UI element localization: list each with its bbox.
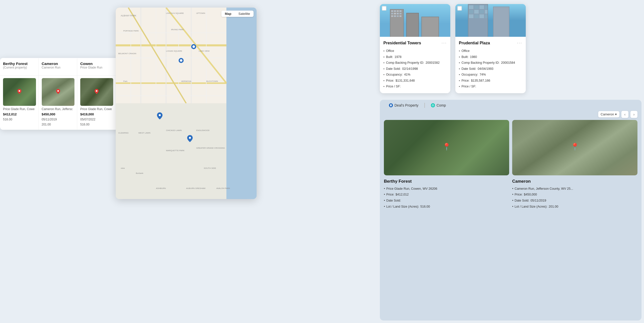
svg-text:ALBANY PARK: ALBANY PARK (121, 14, 136, 17)
prudential-details: Office Built: 1980 Comp Backing Property… (459, 48, 522, 90)
property-col-2: Price Glade Run, Cowe$419,00005/07/20225… (77, 76, 116, 130)
svg-rect-77 (422, 17, 438, 37)
map-toggle-satellite[interactable]: Satellite (235, 11, 254, 17)
svg-text:BELMONT CRAGIN: BELMONT CRAGIN (118, 52, 136, 55)
svg-text:CLEARING: CLEARING (118, 132, 129, 134)
compare-right-info: Cameron Cameron Run, Jefferson County, W… (512, 179, 637, 210)
svg-rect-82 (474, 5, 479, 9)
presidential-built: Built: 1978 (383, 54, 447, 60)
presidential-title: Presidential Towers (383, 41, 421, 45)
compare-left-price: Price: $412,012 (384, 192, 509, 198)
svg-rect-71 (394, 15, 396, 17)
svg-rect-64 (397, 10, 399, 12)
compare-left-title: Berthy Forest (384, 179, 509, 184)
svg-text:ASHBURN: ASHBURN (156, 187, 166, 189)
prudential-occupancy: Occupancy: 74% (459, 72, 522, 78)
svg-point-97 (433, 105, 433, 106)
deals-property-label: Deal's Property (394, 103, 418, 107)
svg-rect-81 (469, 5, 473, 9)
prudential-checkbox[interactable] (457, 6, 462, 11)
prop-image-1 (42, 78, 75, 106)
deals-property-tab[interactable]: Deal's Property (384, 102, 423, 109)
compare-right-title: Cameron (512, 179, 637, 184)
prudential-price-sf: Price / SF: (459, 84, 522, 90)
svg-text:LAKE VIEW: LAKE VIEW (199, 50, 210, 52)
map-panel: Map Satellite ALBANY PARK LINCOLN SQUARE… (116, 8, 257, 199)
comp-tab[interactable]: Comp (426, 102, 451, 109)
prop-pin-1 (56, 89, 60, 94)
compare-left-lot: Lot / Land Size (Acres): 516.00 (384, 204, 509, 210)
svg-text:IRVING PARK: IRVING PARK (171, 28, 184, 31)
svg-point-56 (159, 114, 161, 116)
svg-text:PORTAGE PARK: PORTAGE PARK (123, 30, 139, 32)
compare-images-row: 📍 📍 (380, 120, 641, 175)
property-col-0: Price Glade Run, Cowe$412,012516.00 (0, 76, 39, 130)
svg-rect-65 (399, 10, 401, 12)
compare-info-row: Berthy Forest Price Glade Run, Cowen, WV… (380, 175, 641, 212)
svg-text:AVALON PARK: AVALON PARK (216, 187, 230, 189)
comp-dropdown[interactable]: Cameron ▾ (598, 111, 619, 117)
svg-rect-78 (455, 4, 526, 37)
prop-pin-2 (95, 89, 99, 94)
compare-left-address: Price Glade Run, Cowen, WV 26206 (384, 186, 509, 192)
svg-rect-88 (485, 10, 488, 14)
prudential-date-sold: Date Sold: 04/04/1993 (459, 66, 522, 72)
svg-rect-69 (399, 13, 401, 14)
presidential-date-sold: Date Sold: 02/14/1998 (383, 66, 447, 72)
comp-next-btn[interactable]: › (630, 111, 637, 118)
svg-point-39 (192, 45, 195, 48)
svg-text:AUBURN GRESHAM: AUBURN GRESHAM (186, 187, 206, 189)
svg-text:LOGAN SQUARE: LOGAN SQUARE (166, 50, 182, 52)
svg-rect-72 (397, 15, 399, 17)
deals-property-icon (389, 103, 393, 107)
compare-right-address: Cameron Run, Jefferson County, WV 25... (512, 186, 637, 192)
svg-rect-67 (394, 13, 396, 14)
presidential-details: Office Built: 1978 Comp Backing Property… (383, 48, 447, 90)
comp-dropdown-value: Cameron (601, 112, 614, 116)
prop-size-0: 516.00 (3, 118, 36, 121)
svg-point-0 (19, 90, 20, 92)
svg-text:CHICAGO LAWN: CHICAGO LAWN (166, 129, 182, 132)
compare-right-lot: Lot / Land Size (Acres): 201.00 (512, 204, 637, 210)
presidential-towers-image (380, 4, 450, 37)
svg-text:LINCOLN SQUARE: LINCOLN SQUARE (166, 12, 184, 14)
prop-image-0 (3, 78, 36, 106)
compare-left-info: Berthy Forest Price Glade Run, Cowen, WV… (384, 179, 509, 210)
prop-address-1: Cameron Run, Jeffersc (42, 107, 75, 111)
prudential-title: Prudential Plaza (459, 41, 490, 45)
svg-text:HERMOSA: HERMOSA (181, 80, 191, 82)
svg-rect-73 (399, 15, 401, 17)
presidential-comp-id: Comp Backing Property ID: 20001582 (383, 60, 447, 66)
compare-left-date: Date Sold: (384, 198, 509, 204)
prudential-title-row: Prudential Plaza ··· (459, 40, 522, 46)
prudential-plaza-card: Prudential Plaza ··· Office Built: 1980 … (455, 4, 526, 93)
tab-divider (424, 103, 425, 108)
card-checkbox[interactable] (382, 6, 386, 11)
prudential-card-body: Prudential Plaza ··· Office Built: 1980 … (455, 37, 526, 93)
svg-rect-63 (394, 10, 396, 12)
svg-point-58 (189, 137, 191, 139)
right-panel: Presidential Towers ··· Office Built: 19… (377, 0, 644, 323)
presidential-card-body: Presidential Towers ··· Office Built: 19… (380, 37, 450, 93)
map-svg: ALBANY PARK LINCOLN SQUARE UPTOWN PORTAG… (116, 8, 257, 199)
card-image-wrapper (380, 4, 450, 37)
prop-price-0: $412,012 (3, 112, 36, 116)
property-col-header-0: Berthy Forest(Current property) (0, 58, 39, 75)
svg-rect-68 (397, 13, 399, 14)
svg-point-1 (57, 90, 59, 92)
comp-tab-icon (431, 103, 435, 107)
prop-address-2: Price Glade Run, Cowe (80, 107, 113, 111)
prop-image-2 (80, 78, 113, 106)
prudential-price: Price: $135,587,166 (459, 78, 522, 84)
compare-dropdown-row: Cameron ▾ ‹ › (380, 111, 641, 120)
presidential-menu[interactable]: ··· (441, 40, 447, 46)
prudential-menu[interactable]: ··· (517, 40, 522, 46)
compare-right-price: Price: $450,000 (512, 192, 637, 198)
compare-right-image: 📍 (512, 120, 637, 175)
svg-text:SOUTH SIDE: SOUTH SIDE (204, 167, 216, 169)
map-toggle-map[interactable]: Map (221, 11, 235, 17)
compare-right-pin: 📍 (571, 143, 579, 151)
card-title-row: Presidential Towers ··· (383, 40, 447, 46)
comp-prev-btn[interactable]: ‹ (621, 111, 628, 118)
prop-price-2: $419,000 (80, 112, 113, 116)
